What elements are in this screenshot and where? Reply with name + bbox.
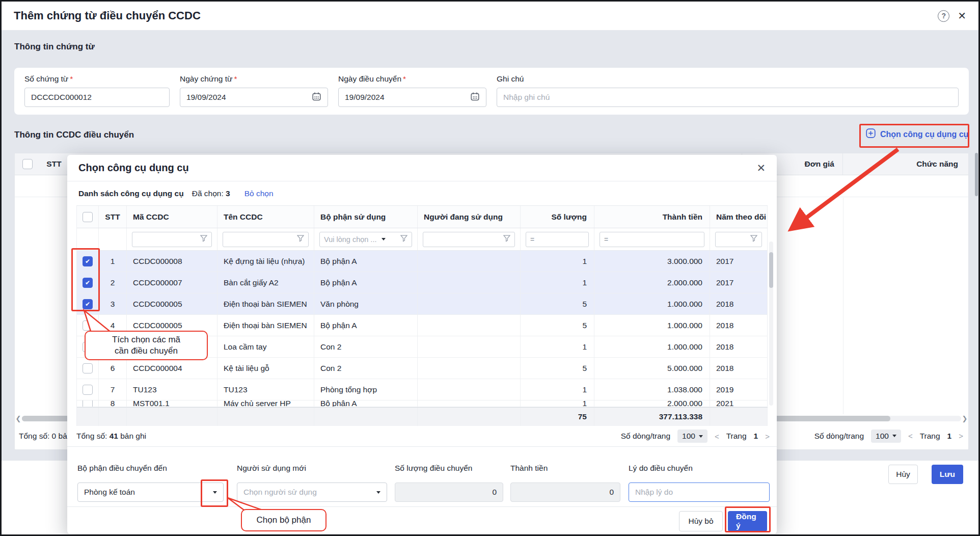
calendar-icon[interactable] [312,92,321,103]
doc-info-card: Số chứng từ* DCCCDC000012 Ngày chứng từ*… [14,68,969,115]
select-tools-button[interactable]: Chọn công cụ dụng cụ [866,128,968,140]
total-amount: 377.113.338 [594,408,710,426]
tools-table-body: 1 CCDC000008 Kệ đựng tài liệu (nhựa) Bộ … [77,251,768,407]
ngay-chung-tu-input[interactable]: 19/09/2024 [180,88,328,107]
scroll-right-icon[interactable]: ❯ [961,415,968,422]
table-row[interactable]: 4 CCDC000005 Điện thoại bàn SIEMEN Bộ ph… [77,315,768,336]
ly-do-label: Lý do điều chuyển [629,464,693,473]
so-chung-tu-label: Số chứng từ* [24,74,170,84]
col-chuc-nang: Chức năng [842,153,968,175]
modal-close-icon[interactable]: ✕ [756,162,766,174]
select-tools-modal: Chọn công cụ dụng cụ ✕ Danh sách công cụ… [67,155,777,534]
selected-count: Đã chọn: 3 [192,189,230,198]
modal-table-footer: Tổng số: 41 bản ghi Số dòng/trang 100 < … [67,426,777,447]
chevron-down-icon [699,435,703,438]
row-checkbox[interactable] [83,400,93,407]
bo-phan-select[interactable]: Phòng kế toán [77,483,224,502]
tools-table: STT Mã CCDC Tên CCDC Bộ phận sử dụng Ngư… [76,205,768,426]
ghi-chu-input[interactable]: Nhập ghi chú [497,88,959,107]
dialog-header: Thêm chứng từ điều chuyển CCDC ? ✕ [2,2,978,31]
filter-icon[interactable] [400,235,407,244]
modal-ok-button[interactable]: Đồng ý [728,511,767,531]
bo-phan-label: Bộ phận điều chuyển đến [77,464,167,473]
help-icon[interactable]: ? [938,10,949,22]
table-row[interactable]: 6 CCDC000004 Kệ tài liệu gỗ Con 2 5 5.00… [77,358,768,379]
select-all-checkbox[interactable] [22,159,33,169]
page-number: 1 [947,432,952,441]
chevron-down-icon [892,435,896,437]
table-row[interactable]: 5 Loa cầm tay Con 2 1 1.000.000 2018 [77,336,768,358]
rows-per-page-label: Số dòng/trang [621,432,670,441]
ngay-dieu-chuyen-label: Ngày điều chuyển* [338,74,486,84]
row-checkbox[interactable] [83,385,93,395]
scroll-left-icon[interactable]: ❮ [15,415,22,422]
modal-cancel-button[interactable]: Hủy bỏ [679,511,723,531]
list-label: Danh sách công cụ dụng cụ [78,189,184,198]
nguoi-su-dung-label: Người sử dụng mới [237,464,306,473]
row-checkbox[interactable] [83,342,93,352]
prev-page-icon[interactable]: < [715,432,719,441]
chevron-down-icon [382,238,386,240]
table-row[interactable]: 2 CCDC000007 Bàn cắt giấy A2 Bộ phận A 1… [77,272,768,293]
filter-so-luong-input[interactable]: = [526,232,589,247]
thanh-tien-input: 0 [510,483,620,502]
col-stt: STT [40,153,68,175]
filter-nguoi-su-dung-input[interactable] [423,232,515,247]
nguoi-su-dung-select[interactable]: Chọn người sử dụng [237,483,387,502]
cancel-button[interactable]: Hủy [888,465,918,484]
next-page-icon[interactable]: > [765,432,770,441]
transfer-form: Bộ phận điều chuyển đến Phòng kế toán Ng… [67,447,777,506]
table-row[interactable]: 8 MST001.1 Máy chủ server HP Bộ phận A 1… [77,400,768,407]
filter-icon[interactable] [200,235,207,244]
row-checkbox[interactable] [83,256,93,266]
modal-title: Chọn công cụ dụng cụ [78,162,189,174]
so-luong-input: 0 [395,483,503,502]
row-checkbox[interactable] [83,363,93,373]
so-luong-label: Số lượng điều chuyển [395,464,472,473]
section-title-doc-info: Thông tin chứng từ [14,42,95,52]
filter-thanh-tien-input[interactable]: = [600,232,704,247]
plus-square-icon [866,128,876,140]
ly-do-input[interactable]: Nhập lý do [629,483,770,502]
filter-icon[interactable] [750,235,757,244]
rows-per-page-select[interactable]: 100 [871,430,901,443]
row-checkbox[interactable] [83,299,93,309]
filter-ma-ccdc-input[interactable] [132,232,212,247]
page-label: Trang [920,432,940,441]
modal-scrollbar-thumb[interactable] [769,252,773,288]
section-title-transfer: Thông tin CCDC điều chuyển [14,130,134,140]
app-window: Thêm chứng từ điều chuyển CCDC ? ✕ Thông… [0,0,980,536]
filter-icon[interactable] [297,235,304,244]
row-checkbox[interactable] [83,278,93,288]
dialog-title: Thêm chứng từ điều chuyển CCDC [14,9,201,22]
table-row[interactable]: 7 TU123 TU123 Phòng tổng hợp 1 1.038.000… [77,379,768,400]
table-row[interactable]: 1 CCDC000008 Kệ đựng tài liệu (nhựa) Bộ … [77,251,768,272]
so-chung-tu-input[interactable]: DCCCDC000012 [24,88,170,107]
ghi-chu-label: Ghi chú [497,74,959,84]
modal-total-text: Tổng số: 41 bản ghi [76,432,146,441]
filter-bo-phan-select[interactable]: Vui lòng chọn ... [319,232,412,247]
filter-ten-ccdc-input[interactable] [223,232,309,247]
close-icon[interactable]: ✕ [958,11,966,21]
page-scrollbar-thumb[interactable] [975,153,978,196]
filter-icon[interactable] [503,235,510,244]
totals-row: 75 377.113.338 [77,407,768,426]
rows-per-page-select[interactable]: 100 [677,430,707,443]
page-label: Trang [726,432,747,441]
clear-selection-link[interactable]: Bỏ chọn [244,189,274,198]
thanh-tien-label: Thành tiền [510,464,548,473]
rows-per-page-label: Số dòng/trang [814,432,864,441]
chevron-down-icon [213,491,217,494]
select-all-checkbox[interactable] [83,212,93,222]
next-page-icon[interactable]: > [959,432,963,440]
row-checkbox[interactable] [83,320,93,331]
table-row[interactable]: 3 CCDC000005 Điện thoại bàn SIEMEN Văn p… [77,293,768,315]
save-button[interactable]: Lưu [932,465,963,484]
ngay-dieu-chuyen-input[interactable]: 19/09/2024 [338,88,486,107]
page-number: 1 [754,432,758,441]
tools-table-header: STT Mã CCDC Tên CCDC Bộ phận sử dụng Ngư… [77,206,768,228]
prev-page-icon[interactable]: < [908,432,913,440]
total-quantity: 75 [521,408,594,426]
filter-nam-theo-doi-input[interactable] [715,232,762,247]
calendar-icon[interactable] [470,92,480,103]
